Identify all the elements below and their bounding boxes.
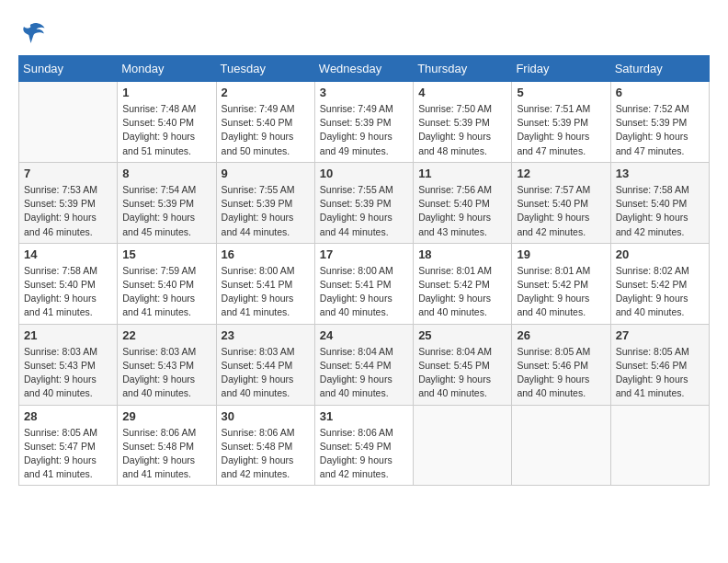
calendar-cell: 8Sunrise: 7:54 AMSunset: 5:39 PMDaylight… xyxy=(118,162,216,243)
day-number: 11 xyxy=(418,167,506,180)
day-info: Sunrise: 7:49 AMSunset: 5:40 PMDaylight:… xyxy=(222,102,310,158)
day-info: Sunrise: 8:00 AMSunset: 5:41 PMDaylight:… xyxy=(222,264,310,320)
day-number: 17 xyxy=(320,247,408,261)
calendar-cell: 17Sunrise: 8:00 AMSunset: 5:41 PMDayligh… xyxy=(314,243,413,324)
calendar-cell: 14Sunrise: 7:58 AMSunset: 5:40 PMDayligh… xyxy=(19,243,118,324)
calendar-cell: 31Sunrise: 8:06 AMSunset: 5:49 PMDayligh… xyxy=(314,405,413,486)
day-number: 7 xyxy=(24,167,112,180)
day-number: 20 xyxy=(616,247,704,261)
day-number: 1 xyxy=(122,86,210,99)
calendar-cell: 15Sunrise: 7:59 AMSunset: 5:40 PMDayligh… xyxy=(118,243,216,324)
day-info: Sunrise: 8:04 AMSunset: 5:44 PMDaylight:… xyxy=(320,345,408,401)
day-number: 26 xyxy=(517,328,605,342)
calendar-cell: 2Sunrise: 7:49 AMSunset: 5:40 PMDaylight… xyxy=(216,82,314,163)
weekday-header: Thursday xyxy=(414,56,512,82)
calendar-cell: 12Sunrise: 7:57 AMSunset: 5:40 PMDayligh… xyxy=(512,162,610,243)
day-info: Sunrise: 8:06 AMSunset: 5:49 PMDaylight:… xyxy=(320,426,408,482)
weekday-header: Sunday xyxy=(19,56,118,82)
day-number: 27 xyxy=(616,328,704,342)
day-number: 29 xyxy=(122,409,210,423)
day-info: Sunrise: 8:03 AMSunset: 5:43 PMDaylight:… xyxy=(24,345,112,401)
day-info: Sunrise: 8:04 AMSunset: 5:45 PMDaylight:… xyxy=(418,345,506,401)
calendar-cell: 10Sunrise: 7:55 AMSunset: 5:39 PMDayligh… xyxy=(314,162,413,243)
weekday-header: Saturday xyxy=(610,56,709,82)
calendar-cell: 18Sunrise: 8:01 AMSunset: 5:42 PMDayligh… xyxy=(414,243,512,324)
day-info: Sunrise: 7:58 AMSunset: 5:40 PMDaylight:… xyxy=(24,264,112,320)
day-number: 4 xyxy=(418,86,506,99)
day-number: 14 xyxy=(24,247,112,261)
page-header xyxy=(18,18,710,46)
day-info: Sunrise: 7:59 AMSunset: 5:40 PMDaylight:… xyxy=(122,264,210,320)
calendar-cell: 23Sunrise: 8:03 AMSunset: 5:44 PMDayligh… xyxy=(216,324,314,405)
calendar-cell: 9Sunrise: 7:55 AMSunset: 5:39 PMDaylight… xyxy=(216,162,314,243)
day-info: Sunrise: 8:06 AMSunset: 5:48 PMDaylight:… xyxy=(122,426,210,482)
day-number: 2 xyxy=(222,86,310,99)
calendar-cell: 30Sunrise: 8:06 AMSunset: 5:48 PMDayligh… xyxy=(216,405,314,486)
calendar-cell: 11Sunrise: 7:56 AMSunset: 5:40 PMDayligh… xyxy=(414,162,512,243)
calendar-cell xyxy=(19,82,118,163)
day-info: Sunrise: 8:01 AMSunset: 5:42 PMDaylight:… xyxy=(517,264,605,320)
day-number: 21 xyxy=(24,328,112,342)
day-number: 9 xyxy=(222,167,310,180)
day-info: Sunrise: 7:49 AMSunset: 5:39 PMDaylight:… xyxy=(320,102,408,158)
logo-bird-icon xyxy=(18,18,46,46)
day-number: 23 xyxy=(222,328,310,342)
day-info: Sunrise: 8:02 AMSunset: 5:42 PMDaylight:… xyxy=(616,264,704,320)
day-number: 19 xyxy=(517,247,605,261)
day-info: Sunrise: 7:51 AMSunset: 5:39 PMDaylight:… xyxy=(517,102,605,158)
day-info: Sunrise: 7:55 AMSunset: 5:39 PMDaylight:… xyxy=(222,183,310,239)
calendar-cell xyxy=(610,405,709,486)
calendar-cell: 13Sunrise: 7:58 AMSunset: 5:40 PMDayligh… xyxy=(610,162,709,243)
calendar-cell: 21Sunrise: 8:03 AMSunset: 5:43 PMDayligh… xyxy=(19,324,118,405)
weekday-header: Tuesday xyxy=(216,56,314,82)
logo xyxy=(18,18,50,46)
calendar-cell: 5Sunrise: 7:51 AMSunset: 5:39 PMDaylight… xyxy=(512,82,610,163)
calendar-cell: 25Sunrise: 8:04 AMSunset: 5:45 PMDayligh… xyxy=(414,324,512,405)
day-number: 6 xyxy=(616,86,704,99)
weekday-header: Friday xyxy=(512,56,610,82)
day-info: Sunrise: 7:48 AMSunset: 5:40 PMDaylight:… xyxy=(122,102,210,158)
day-number: 28 xyxy=(24,409,112,423)
day-number: 5 xyxy=(517,86,605,99)
day-info: Sunrise: 7:52 AMSunset: 5:39 PMDaylight:… xyxy=(616,102,704,158)
calendar-cell: 7Sunrise: 7:53 AMSunset: 5:39 PMDaylight… xyxy=(19,162,118,243)
day-info: Sunrise: 7:55 AMSunset: 5:39 PMDaylight:… xyxy=(320,183,408,239)
day-info: Sunrise: 7:54 AMSunset: 5:39 PMDaylight:… xyxy=(122,183,210,239)
day-info: Sunrise: 7:56 AMSunset: 5:40 PMDaylight:… xyxy=(418,183,506,239)
calendar-cell: 28Sunrise: 8:05 AMSunset: 5:47 PMDayligh… xyxy=(19,405,118,486)
day-number: 16 xyxy=(222,247,310,261)
calendar-cell: 29Sunrise: 8:06 AMSunset: 5:48 PMDayligh… xyxy=(118,405,216,486)
day-number: 18 xyxy=(418,247,506,261)
weekday-header: Wednesday xyxy=(314,56,413,82)
day-number: 31 xyxy=(320,409,408,423)
day-info: Sunrise: 8:00 AMSunset: 5:41 PMDaylight:… xyxy=(320,264,408,320)
calendar-cell: 20Sunrise: 8:02 AMSunset: 5:42 PMDayligh… xyxy=(610,243,709,324)
calendar-cell: 26Sunrise: 8:05 AMSunset: 5:46 PMDayligh… xyxy=(512,324,610,405)
day-info: Sunrise: 7:53 AMSunset: 5:39 PMDaylight:… xyxy=(24,183,112,239)
calendar-cell: 3Sunrise: 7:49 AMSunset: 5:39 PMDaylight… xyxy=(314,82,413,163)
calendar-cell: 27Sunrise: 8:05 AMSunset: 5:46 PMDayligh… xyxy=(610,324,709,405)
calendar-cell: 19Sunrise: 8:01 AMSunset: 5:42 PMDayligh… xyxy=(512,243,610,324)
day-info: Sunrise: 8:01 AMSunset: 5:42 PMDaylight:… xyxy=(418,264,506,320)
calendar-cell: 6Sunrise: 7:52 AMSunset: 5:39 PMDaylight… xyxy=(610,82,709,163)
day-info: Sunrise: 8:03 AMSunset: 5:43 PMDaylight:… xyxy=(122,345,210,401)
day-number: 15 xyxy=(122,247,210,261)
day-number: 13 xyxy=(616,167,704,180)
calendar-cell: 4Sunrise: 7:50 AMSunset: 5:39 PMDaylight… xyxy=(414,82,512,163)
day-number: 12 xyxy=(517,167,605,180)
day-info: Sunrise: 7:58 AMSunset: 5:40 PMDaylight:… xyxy=(616,183,704,239)
day-number: 30 xyxy=(222,409,310,423)
day-info: Sunrise: 8:06 AMSunset: 5:48 PMDaylight:… xyxy=(222,426,310,482)
day-number: 24 xyxy=(320,328,408,342)
day-number: 8 xyxy=(122,167,210,180)
calendar-header: SundayMondayTuesdayWednesdayThursdayFrid… xyxy=(19,56,710,82)
day-info: Sunrise: 7:57 AMSunset: 5:40 PMDaylight:… xyxy=(517,183,605,239)
day-number: 10 xyxy=(320,167,408,180)
weekday-header: Monday xyxy=(118,56,216,82)
calendar-cell: 16Sunrise: 8:00 AMSunset: 5:41 PMDayligh… xyxy=(216,243,314,324)
day-number: 22 xyxy=(122,328,210,342)
day-info: Sunrise: 8:05 AMSunset: 5:46 PMDaylight:… xyxy=(517,345,605,401)
calendar-cell xyxy=(512,405,610,486)
calendar-cell: 1Sunrise: 7:48 AMSunset: 5:40 PMDaylight… xyxy=(118,82,216,163)
day-info: Sunrise: 8:05 AMSunset: 5:47 PMDaylight:… xyxy=(24,426,112,482)
